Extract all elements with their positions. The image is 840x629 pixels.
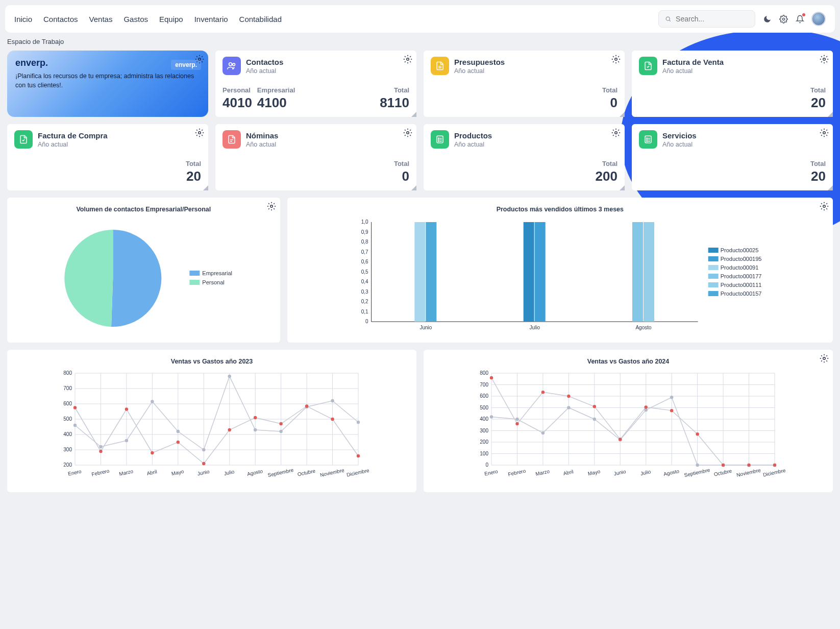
search-box[interactable] xyxy=(658,10,755,28)
card-gear-icon[interactable] xyxy=(195,128,204,137)
card-gear-icon[interactable] xyxy=(820,202,829,211)
card-gear-icon[interactable] xyxy=(820,128,829,137)
svg-text:Agosto: Agosto xyxy=(246,468,263,477)
stat-label: Personal xyxy=(223,86,252,94)
svg-rect-57 xyxy=(708,282,718,287)
stat-value: 20 xyxy=(186,168,201,184)
card-servicios[interactable]: Servicios Año actual Total20 xyxy=(632,124,833,190)
svg-point-20 xyxy=(647,141,648,142)
bell-icon[interactable] xyxy=(795,14,804,23)
card-factura-venta[interactable]: Factura de Venta Año actual Total20 xyxy=(632,51,833,117)
svg-point-105 xyxy=(228,375,231,378)
card-gear-icon[interactable] xyxy=(820,354,829,363)
card-gear-icon[interactable] xyxy=(403,55,412,64)
resize-corner-icon[interactable] xyxy=(828,185,833,190)
svg-point-21 xyxy=(270,205,273,208)
svg-point-123 xyxy=(823,357,826,360)
svg-text:Enero: Enero xyxy=(484,468,499,476)
resize-corner-icon[interactable] xyxy=(828,112,833,117)
card-contactos[interactable]: Contactos Año actual Personal4010 Empres… xyxy=(215,51,416,117)
nav-equipo[interactable]: Equipo xyxy=(159,15,183,23)
resize-corner-icon[interactable] xyxy=(620,185,625,190)
resize-corner-icon[interactable] xyxy=(620,112,625,117)
gear-icon[interactable] xyxy=(779,14,788,23)
pie-chart: EmpresarialPersonal xyxy=(14,217,273,334)
stat-value: 20 xyxy=(810,95,826,111)
card-sub: Año actual xyxy=(246,141,278,148)
svg-text:Junio: Junio xyxy=(613,469,627,477)
svg-text:Julio: Julio xyxy=(224,469,235,476)
nav-inicio[interactable]: Inicio xyxy=(14,15,32,23)
card-gear-icon[interactable] xyxy=(820,55,829,64)
svg-point-18 xyxy=(647,138,648,139)
stat-value: 4100 xyxy=(257,95,295,111)
nav-contactos[interactable]: Contactos xyxy=(43,15,78,23)
payroll-icon xyxy=(223,130,241,149)
svg-point-114 xyxy=(151,451,154,454)
chart-title: Ventas vs Gastos año 2024 xyxy=(431,356,826,369)
stat-label: Empresarial xyxy=(257,86,295,94)
nav-inventario[interactable]: Inventario xyxy=(194,15,228,23)
svg-rect-55 xyxy=(708,274,718,279)
svg-text:Julio: Julio xyxy=(529,325,540,330)
stat-label: Total xyxy=(394,160,409,167)
stat-value: 0 xyxy=(394,168,409,184)
svg-text:100: 100 xyxy=(480,451,488,456)
card-nominas[interactable]: Nóminas Año actual Total0 xyxy=(215,124,416,190)
svg-text:Producto000111: Producto000111 xyxy=(720,282,761,288)
stat-value: 20 xyxy=(810,168,826,184)
svg-text:0: 0 xyxy=(365,319,368,324)
nav-gastos[interactable]: Gastos xyxy=(123,15,148,23)
chart-title: Productos más vendidos últimos 3 meses xyxy=(294,204,826,217)
card-presupuestos[interactable]: Presupuestos Año actual Total0 xyxy=(424,51,625,117)
moon-icon[interactable] xyxy=(762,14,772,23)
svg-text:600: 600 xyxy=(480,393,488,399)
svg-text:Noviembre: Noviembre xyxy=(736,467,761,478)
svg-point-110 xyxy=(357,421,360,424)
svg-point-117 xyxy=(228,428,231,431)
svg-point-101 xyxy=(125,439,128,442)
card-productos[interactable]: Productos Año actual Total200 xyxy=(424,124,625,190)
svg-point-7 xyxy=(615,58,617,61)
svg-line-1 xyxy=(669,20,671,21)
svg-point-4 xyxy=(407,58,409,61)
svg-text:Mayo: Mayo xyxy=(587,469,601,477)
svg-point-103 xyxy=(177,430,180,433)
card-factura-compra[interactable]: Factura de Compra Año actual Total20 xyxy=(7,124,208,190)
resize-corner-icon[interactable] xyxy=(411,112,416,117)
svg-text:Abril: Abril xyxy=(563,469,574,476)
card-gear-icon[interactable] xyxy=(267,202,276,211)
nav-ventas[interactable]: Ventas xyxy=(89,15,113,23)
nav-contabilidad[interactable]: Contabilidad xyxy=(239,15,282,23)
svg-text:Producto000195: Producto000195 xyxy=(720,256,761,262)
svg-text:400: 400 xyxy=(480,416,488,422)
svg-point-183 xyxy=(619,438,622,441)
chart-line-2023: Ventas vs Gastos año 2023 20030040050060… xyxy=(7,350,416,492)
svg-point-112 xyxy=(99,450,102,453)
svg-point-13 xyxy=(438,138,439,139)
svg-point-187 xyxy=(722,464,725,467)
search-input[interactable] xyxy=(676,15,749,23)
promo-card[interactable]: enverp. enverp. ¡Planifica los recursos … xyxy=(7,51,208,117)
svg-text:0,3: 0,3 xyxy=(361,289,368,295)
resize-corner-icon[interactable] xyxy=(411,185,416,190)
chart-title: Volumen de contactos Empresarial/Persona… xyxy=(14,204,273,217)
card-sub: Año actual xyxy=(246,67,283,75)
promo-badge: enverp. xyxy=(171,60,201,70)
card-gear-icon[interactable] xyxy=(611,128,621,137)
stat-label: Total xyxy=(602,86,617,94)
card-gear-icon[interactable] xyxy=(611,55,621,64)
svg-point-10 xyxy=(407,132,409,134)
svg-text:Junio: Junio xyxy=(197,469,210,477)
svg-point-14 xyxy=(438,139,439,140)
svg-point-100 xyxy=(99,445,102,448)
card-gear-icon[interactable] xyxy=(403,128,412,137)
chart-pie-contacts: Volumen de contactos Empresarial/Persona… xyxy=(7,198,280,343)
resize-corner-icon[interactable] xyxy=(203,185,208,190)
avatar[interactable] xyxy=(811,12,826,26)
svg-point-106 xyxy=(254,428,257,431)
svg-point-182 xyxy=(593,405,596,408)
svg-text:Producto00025: Producto00025 xyxy=(720,247,758,253)
stat-label: Total xyxy=(186,160,201,167)
card-title: Contactos xyxy=(246,58,283,66)
